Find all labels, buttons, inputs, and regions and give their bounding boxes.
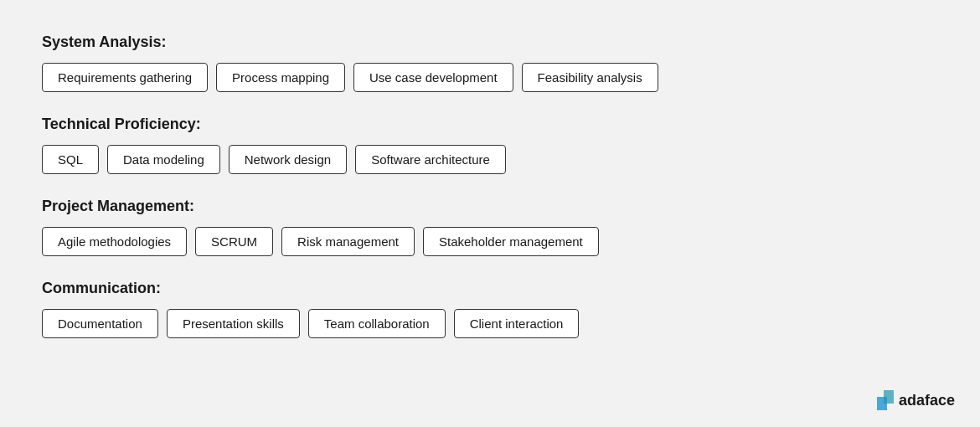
section-title-system-analysis: System Analysis: — [42, 33, 938, 51]
tag-item[interactable]: Data modeling — [107, 145, 220, 174]
main-container: System Analysis:Requirements gatheringPr… — [0, 0, 980, 387]
tag-item[interactable]: Client interaction — [454, 309, 580, 338]
tag-item[interactable]: SQL — [42, 145, 99, 174]
section-title-project-management: Project Management: — [42, 198, 938, 215]
tags-row-technical-proficiency: SQLData modelingNetwork designSoftware a… — [42, 145, 938, 174]
tag-item[interactable]: Risk management — [281, 227, 415, 256]
section-title-communication: Communication: — [42, 280, 938, 297]
tag-item[interactable]: Stakeholder management — [423, 227, 599, 256]
tag-item[interactable]: Software architecture — [355, 145, 506, 174]
adaface-logo: adaface — [877, 390, 955, 410]
tags-row-system-analysis: Requirements gatheringProcess mappingUse… — [42, 63, 938, 92]
adaface-brand-name: adaface — [899, 392, 955, 409]
tag-item[interactable]: SCRUM — [195, 227, 273, 256]
tag-item[interactable]: Process mapping — [216, 63, 345, 92]
tag-item[interactable]: Agile methodologies — [42, 227, 187, 256]
adaface-icon — [877, 390, 894, 410]
section-system-analysis: System Analysis:Requirements gatheringPr… — [42, 33, 938, 92]
tags-row-project-management: Agile methodologiesSCRUMRisk managementS… — [42, 227, 938, 256]
tags-row-communication: DocumentationPresentation skillsTeam col… — [42, 309, 938, 338]
tag-item[interactable]: Network design — [229, 145, 347, 174]
tag-item[interactable]: Team collaboration — [308, 309, 446, 338]
section-project-management: Project Management:Agile methodologiesSC… — [42, 198, 938, 256]
section-communication: Communication:DocumentationPresentation … — [42, 280, 938, 338]
tag-item[interactable]: Use case development — [353, 63, 513, 92]
tag-item[interactable]: Presentation skills — [167, 309, 300, 338]
tag-item[interactable]: Feasibility analysis — [522, 63, 658, 92]
section-technical-proficiency: Technical Proficiency:SQLData modelingNe… — [42, 116, 938, 174]
svg-rect-1 — [884, 390, 894, 404]
tag-item[interactable]: Requirements gathering — [42, 63, 208, 92]
section-title-technical-proficiency: Technical Proficiency: — [42, 116, 938, 133]
tag-item[interactable]: Documentation — [42, 309, 158, 338]
